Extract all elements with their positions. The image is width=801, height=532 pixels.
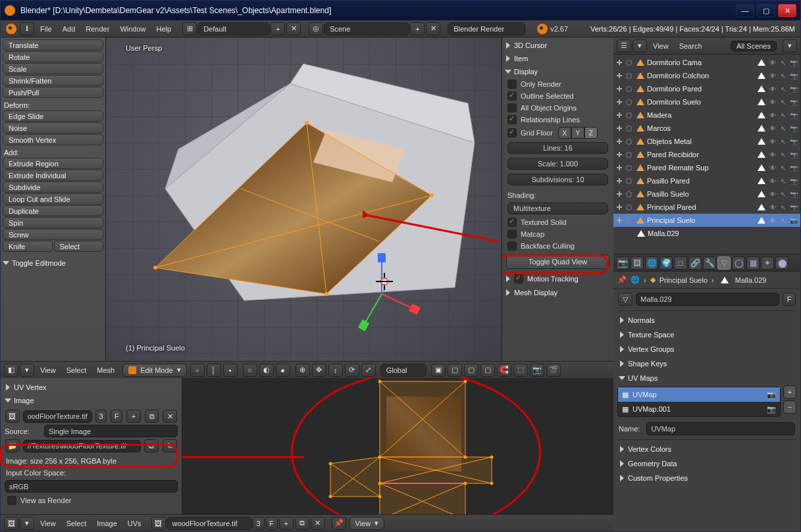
uv-editor-type-icon[interactable]: 🖼 (4, 517, 18, 530)
source-field[interactable]: Single Image (44, 425, 178, 437)
expand-icon[interactable] (615, 58, 624, 67)
panel-custom-properties[interactable]: Custom Properties (617, 471, 796, 485)
meshdata-name-field[interactable]: Malla.029 (636, 293, 779, 306)
tool-duplicate[interactable]: Duplicate (3, 205, 103, 216)
panel-uv-vertex[interactable]: UV Vertex (5, 381, 178, 394)
check-view-as-render[interactable]: View as Render (5, 495, 178, 506)
pin-icon[interactable]: 📌 (617, 276, 627, 284)
panel-geometry-data[interactable]: Geometry Data (617, 456, 796, 471)
render-icon[interactable]: 📷 (789, 216, 798, 225)
outliner-item[interactable]: Marcos👁↖📷 (613, 122, 800, 135)
tab-constraints-icon[interactable]: 🔗 (688, 256, 702, 270)
tool-rotate[interactable]: Rotate (3, 51, 103, 62)
render-icon[interactable]: 📷 (789, 137, 798, 146)
manip-translate-icon[interactable]: ↕ (328, 364, 343, 377)
uv-mode-dropdown[interactable]: View▾ (349, 517, 385, 530)
blender-logo-icon[interactable] (6, 24, 16, 34)
eye-icon[interactable]: 👁 (768, 137, 777, 146)
layout-browse-icon[interactable]: ⊞ (182, 22, 197, 36)
menu-render[interactable]: Render (80, 22, 115, 36)
3d-viewport[interactable]: User Persp (1) Principal Suelo (106, 37, 502, 361)
uv-image-new-icon[interactable]: + (279, 517, 294, 530)
uv-image-fakeuser[interactable]: F (266, 517, 278, 530)
render-icon[interactable]: 📷 (789, 164, 798, 172)
layout-delete-icon[interactable]: ✕ (286, 22, 301, 36)
minimize-button[interactable]: — (736, 4, 754, 17)
tab-particles-icon[interactable]: ✦ (761, 256, 774, 270)
eye-icon[interactable]: 👁 (768, 151, 777, 159)
render-icon[interactable]: 📷 (789, 203, 798, 212)
outliner-menu-search[interactable]: Search (674, 42, 708, 50)
shading-solid-icon[interactable]: ● (276, 364, 290, 377)
uvmap-remove-icon[interactable]: − (783, 400, 796, 414)
select-mode-face-icon[interactable]: ▪ (223, 364, 238, 377)
cursor-icon[interactable]: ↖ (779, 98, 787, 107)
breadcrumb-object[interactable]: Principal Suelo (659, 276, 708, 284)
check-backface-culling[interactable]: Backface Culling (505, 240, 611, 252)
render-icon[interactable]: 📷 (789, 177, 798, 185)
image-browse-icon[interactable]: 🖼 (5, 410, 20, 423)
screen-layout-field[interactable]: Default (197, 22, 270, 36)
select-mode-edge-icon[interactable]: │ (207, 364, 221, 377)
panel-display[interactable]: Display (505, 65, 611, 78)
image-name-field[interactable]: oodFloorTexture.tif (23, 410, 92, 423)
outliner-collapse-icon[interactable]: ▾ (633, 39, 647, 53)
render-preview-icon[interactable]: 📷 (530, 364, 544, 377)
transform-orientation-field[interactable]: Global (380, 364, 426, 377)
check-outline-selected[interactable]: Outline Selected (505, 90, 611, 102)
panel-vertex-colors[interactable]: Vertex Colors (617, 442, 796, 456)
panel-image[interactable]: Image (5, 394, 178, 407)
uvmap-active-render-icon-1[interactable]: 📷 (767, 405, 776, 414)
tab-world-icon[interactable]: 🌍 (659, 256, 673, 270)
cursor-icon[interactable]: ↖ (779, 177, 787, 185)
eye-icon[interactable]: 👁 (768, 177, 777, 185)
tool-screw[interactable]: Screw (3, 229, 103, 240)
layer-1-icon[interactable]: ▣ (431, 364, 446, 377)
render-icon[interactable]: 📷 (789, 59, 798, 67)
panel-item[interactable]: Item (505, 52, 611, 65)
outliner-item[interactable]: Dormitorio Suelo👁↖📷 (613, 95, 800, 109)
tool-loop-cut[interactable]: Loop Cut and Slide (3, 193, 103, 205)
filepath-field[interactable]: //Textures\woodFloorTexture.tif (23, 440, 141, 452)
tab-render-layers-icon[interactable]: 🖼 (631, 256, 644, 270)
axis-x-toggle[interactable]: X (558, 127, 571, 139)
image-users-count[interactable]: 3 (95, 410, 107, 423)
toggle-quad-view-button[interactable]: Toggle Quad View (506, 254, 609, 269)
image-fake-user-button[interactable]: F (111, 410, 122, 423)
eye-icon[interactable]: 👁 (768, 124, 777, 133)
info-editor-type-icon[interactable]: ℹ (20, 22, 34, 36)
check-grid-floor[interactable]: Grid Floor X Y Z (505, 126, 611, 140)
eye-icon[interactable]: 👁 (768, 203, 777, 212)
uvmap-add-icon[interactable]: + (783, 385, 796, 399)
render-icon[interactable]: 📷 (789, 85, 798, 93)
uv-image-unlink-icon[interactable]: ✕ (311, 517, 325, 530)
field-subdivisions[interactable]: Subdivisions: 10 (507, 174, 608, 185)
render-icon[interactable]: 📷 (789, 124, 798, 133)
eye-icon[interactable]: 👁 (768, 216, 777, 225)
layer-2-icon[interactable]: ▢ (448, 364, 462, 377)
tab-texture-icon[interactable]: ▦ (746, 256, 760, 270)
panel-mesh-display[interactable]: Mesh Display (505, 286, 611, 299)
interaction-mode-dropdown[interactable]: Edit Mode▾ (122, 364, 187, 377)
tool-noise[interactable]: Noise (3, 122, 103, 133)
tool-shrink-fatten[interactable]: Shrink/Fatten (3, 75, 103, 86)
expand-icon[interactable] (615, 189, 624, 199)
uv-image-canvas[interactable] (182, 378, 613, 514)
tool-scale[interactable]: Scale (3, 63, 103, 74)
shading-wire-icon[interactable]: ◐ (259, 364, 274, 377)
cursor-icon[interactable]: ↖ (779, 137, 787, 146)
snap-icon[interactable]: 🧲 (497, 364, 511, 377)
outliner-item[interactable]: Pared Remate Sup👁↖📷 (613, 161, 800, 174)
shading-bbox-icon[interactable]: ○ (243, 364, 257, 377)
cursor-icon[interactable]: ↖ (779, 190, 787, 199)
uv-menu-view[interactable]: View (35, 520, 61, 527)
expand-icon[interactable] (615, 71, 624, 80)
cursor-icon[interactable]: ↖ (779, 203, 787, 212)
outliner-item[interactable]: Objetos Metal👁↖📷 (613, 135, 800, 148)
panel-shape-keys[interactable]: Shape Keys (617, 356, 796, 371)
tool-spin[interactable]: Spin (3, 217, 103, 228)
outliner-item[interactable]: Dormitorio Cama👁↖📷 (613, 56, 800, 69)
expand-icon[interactable] (615, 97, 624, 107)
select-mode-vertex-icon[interactable]: ▫ (190, 364, 205, 377)
colorspace-field[interactable]: sRGB (5, 480, 178, 493)
